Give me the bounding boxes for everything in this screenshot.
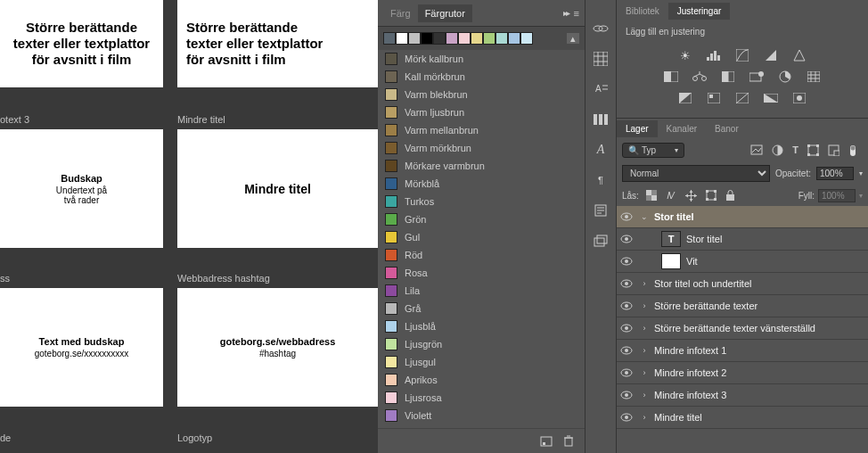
color-lookup-icon[interactable] — [805, 70, 823, 84]
swatch-chip[interactable] — [446, 32, 458, 45]
disclosure-icon[interactable]: ⌄ — [640, 212, 649, 221]
notes-icon[interactable] — [592, 203, 610, 218]
swatch-item[interactable]: Varm ljusbrun — [378, 103, 585, 121]
panel-menu-icon[interactable]: ≡ — [574, 8, 579, 19]
artboard-5[interactable]: Text med budskap goteborg.se/xxxxxxxxxx — [0, 288, 163, 407]
tab-library[interactable]: Bibliotek — [617, 3, 668, 20]
color-balance-icon[interactable] — [691, 70, 708, 84]
filter-kind-select[interactable]: 🔍Typ▾ — [622, 143, 684, 158]
collapse-icon[interactable]: ▸▸ — [563, 8, 569, 18]
lock-position-icon[interactable] — [685, 190, 697, 202]
swatch-item[interactable]: Mörk kallbrun — [378, 50, 585, 68]
swatch-item[interactable]: Mörkare varmbrun — [378, 157, 585, 175]
hue-sat-icon[interactable] — [662, 70, 680, 84]
fill-dropdown-icon[interactable]: ▾ — [859, 192, 863, 200]
swatch-chip[interactable] — [383, 32, 396, 45]
lock-all-icon[interactable] — [725, 190, 735, 202]
tab-channels[interactable]: Kanaler — [658, 120, 706, 137]
swatch-chip[interactable] — [421, 32, 433, 45]
filter-type-icon[interactable]: T — [792, 144, 798, 157]
swatch-chip[interactable] — [458, 32, 471, 45]
fill-input[interactable] — [818, 189, 856, 202]
artboard-4[interactable]: Mindre titel — [177, 129, 378, 248]
swatch-item[interactable]: Kall mörkbrun — [378, 68, 585, 86]
swatch-item[interactable]: Grå — [378, 300, 585, 317]
artboard-label-7[interactable]: de — [0, 432, 11, 443]
swatch-chip[interactable] — [471, 32, 483, 45]
layer-row[interactable]: ›Mindre infotext 2 — [617, 362, 868, 384]
layer-row[interactable]: ›Stor titel och undertitel — [617, 273, 868, 295]
scroll-up-icon[interactable]: ▴ — [567, 33, 579, 44]
tab-swatches[interactable]: Färgrutor — [418, 4, 472, 22]
visibility-icon[interactable] — [620, 301, 635, 310]
artboard-1[interactable]: Större berättande texter eller textplatt… — [0, 0, 163, 87]
filter-adjustment-icon[interactable] — [772, 144, 783, 157]
tab-layers[interactable]: Lager — [617, 120, 658, 137]
new-swatch-icon[interactable] — [540, 436, 553, 447]
artboard-label-8[interactable]: Logotyp — [177, 432, 212, 443]
trash-icon[interactable] — [563, 435, 574, 447]
swatch-item[interactable]: Aprikos — [378, 371, 585, 389]
selective-color-icon[interactable] — [790, 91, 808, 105]
disclosure-icon[interactable]: › — [640, 301, 649, 310]
black-white-icon[interactable] — [719, 70, 737, 84]
tab-paths[interactable]: Banor — [706, 120, 748, 137]
swatch-chip[interactable] — [408, 32, 421, 45]
visibility-icon[interactable] — [620, 368, 635, 377]
swatch-item[interactable]: Mörkblå — [378, 175, 585, 193]
swatch-chip[interactable] — [396, 32, 408, 45]
artboard-label-4[interactable]: Mindre titel — [177, 114, 225, 125]
visibility-icon[interactable] — [620, 324, 635, 333]
swatch-item[interactable]: Varm blekbrun — [378, 86, 585, 103]
disclosure-icon[interactable]: › — [640, 346, 649, 355]
visibility-icon[interactable] — [620, 413, 635, 422]
artboard-label-3[interactable]: otext 3 — [0, 114, 29, 125]
levels-icon[interactable] — [705, 48, 723, 62]
layer-thumbnail[interactable]: T — [661, 231, 681, 247]
swatch-chip[interactable] — [520, 32, 533, 45]
filter-toggle-icon[interactable] — [848, 144, 857, 157]
disclosure-icon[interactable]: › — [640, 279, 649, 288]
layer-row[interactable]: ›Mindre infotext 1 — [617, 340, 868, 362]
layers-list[interactable]: ⌄Stor titelTStor titelVit›Stor titel och… — [617, 206, 868, 453]
swatch-list[interactable]: Mörk kallbrunKall mörkbrunVarm blekbrunV… — [378, 50, 585, 428]
layer-row[interactable]: ⌄Stor titel — [617, 206, 868, 228]
swatch-item[interactable]: Turkos — [378, 193, 585, 210]
opacity-dropdown-icon[interactable]: ▾ — [859, 169, 863, 177]
swatch-item[interactable]: Ljusgrön — [378, 335, 585, 353]
layer-row[interactable]: TStor titel — [617, 228, 868, 251]
vibrance-icon[interactable] — [790, 48, 808, 62]
swatch-item[interactable]: Varm mörkbrun — [378, 139, 585, 157]
paragraph-icon[interactable]: ¶ — [592, 173, 610, 187]
swatch-chip[interactable] — [483, 32, 495, 45]
lock-image-icon[interactable] — [666, 190, 676, 202]
character-icon[interactable]: A — [592, 143, 610, 157]
blend-mode-select[interactable]: Normal — [622, 165, 770, 182]
swatch-item[interactable]: Gul — [378, 228, 585, 246]
layers-icon[interactable] — [592, 234, 610, 248]
swatch-item[interactable]: Röd — [378, 246, 585, 264]
tab-color[interactable]: Färg — [383, 4, 418, 22]
artboard-6[interactable]: goteborg.se/webbadress #hashtag — [177, 288, 378, 407]
grid-icon[interactable] — [592, 52, 610, 66]
visibility-icon[interactable] — [620, 212, 635, 221]
exposure-icon[interactable] — [762, 48, 780, 62]
opacity-input[interactable] — [816, 167, 854, 180]
threshold-icon[interactable] — [733, 91, 751, 105]
disclosure-icon[interactable]: › — [640, 391, 649, 399]
swatch-item[interactable]: Rosa — [378, 264, 585, 282]
swatch-item[interactable]: Ljusrosa — [378, 389, 585, 407]
swatch-chip[interactable] — [495, 32, 508, 45]
columns-icon[interactable] — [592, 112, 610, 127]
visibility-icon[interactable] — [620, 257, 635, 266]
swatch-chip[interactable] — [433, 32, 446, 45]
swatch-item[interactable]: Lila — [378, 282, 585, 300]
swatch-item[interactable]: Ljusgul — [378, 353, 585, 371]
curves-icon[interactable] — [733, 48, 751, 62]
swatch-chip[interactable] — [508, 32, 520, 45]
photo-filter-icon[interactable] — [748, 70, 766, 84]
artboard-2[interactable]: Större berättande texter eller textplatt… — [177, 0, 378, 87]
layer-row[interactable]: ›Större berättande texter vänsterställd — [617, 317, 868, 340]
disclosure-icon[interactable]: › — [640, 324, 649, 333]
swatch-item[interactable]: Varm mellanbrun — [378, 121, 585, 139]
